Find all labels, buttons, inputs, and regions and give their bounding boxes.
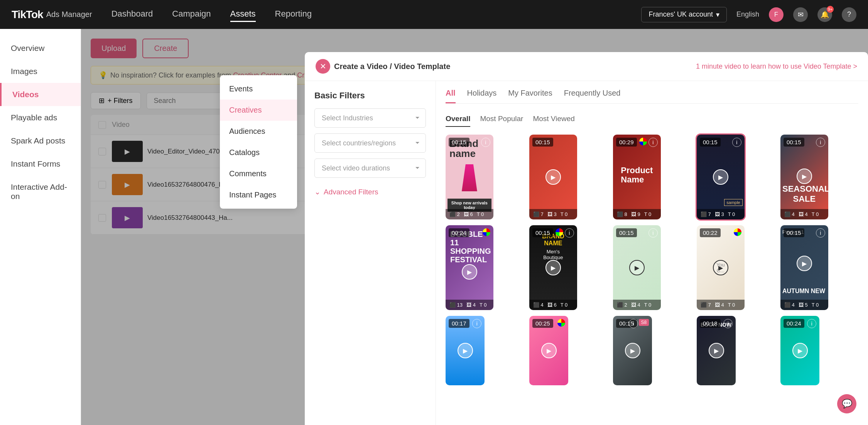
template-card[interactable]: ProductName ▶ 00:29 i ⬛ 8 🖼 9 T 0 [613, 135, 661, 219]
template-card[interactable]: YouC... ▶ 00:22 ⬛ 7 🖼 4 T 0 [697, 225, 745, 310]
nav-assets[interactable]: Assets [230, 7, 256, 22]
card-stat-images: 🖼 4 [715, 302, 724, 308]
template-card[interactable]: SEASONALSALE ▶ 00:15 i ⬛ 4 🖼 4 T 0 [780, 135, 828, 219]
sidebar-item-overview[interactable]: Overview [0, 37, 81, 60]
sidebar-item-spark-ad-posts[interactable]: Spark Ad posts [0, 129, 81, 152]
subtab-most-popular[interactable]: Most Popular [480, 111, 523, 127]
duration-badge: 00:18 [700, 319, 721, 328]
info-icon[interactable]: i [816, 138, 825, 147]
dropdown-menu: Events Creatives Audiences Catalogs Comm… [220, 75, 297, 209]
info-icon[interactable]: i [816, 228, 825, 238]
sidebar-item-interactive-addon[interactable]: Interactive Add-on [0, 175, 81, 208]
template-card[interactable]: DOUBLE 11SHOPPINGFESTIVAL ▶ 00:24 ⬛ 13 🖼… [446, 225, 493, 310]
chevron-icon: ⌄ [314, 187, 321, 196]
nav-campaign[interactable]: Campaign [172, 7, 211, 22]
sidebar: Overview Images Videos Playable ads Spar… [0, 29, 81, 425]
subtab-overall[interactable]: Overall [446, 111, 470, 127]
logo: TikTok Ads Manager [12, 8, 92, 21]
duration-badge: 00:22 [700, 228, 721, 237]
nav-reporting[interactable]: Reporting [275, 7, 312, 22]
account-button[interactable]: Frances' UK account ▾ [641, 7, 727, 22]
info-icon[interactable]: i [481, 138, 490, 147]
template-card[interactable]: ▶ 00:15 S8 i [613, 316, 652, 385]
info-icon[interactable]: i [565, 228, 574, 238]
dropdown-audiences[interactable]: Audiences [220, 121, 297, 142]
tab-my-favorites[interactable]: My Favorites [508, 89, 552, 103]
duration-badge: 00:15 [784, 228, 804, 237]
help-link[interactable]: 1 minute video to learn how to use Video… [696, 62, 857, 71]
filters-title: Basic Filters [314, 91, 426, 101]
dropdown-comments[interactable]: Comments [220, 163, 297, 184]
notification-icon[interactable]: 🔔 9+ [817, 7, 832, 22]
duration-badge: 00:24 [784, 319, 804, 328]
avatar[interactable]: F [769, 7, 784, 22]
duration-badge: 00:15 [700, 138, 721, 147]
card-stat-images: 🖼 3 [547, 211, 557, 217]
template-card[interactable]: sample ▶ 00:15 i ⬛ 7 🖼 3 T 0 [697, 135, 745, 219]
sidebar-item-videos[interactable]: Videos [0, 83, 81, 106]
play-button[interactable]: ▶ [541, 343, 557, 358]
card-stat-text: T 0 [812, 302, 819, 308]
template-card[interactable]: ▶ 00:15 ⬛ 7 🖼 3 T 0 [529, 135, 577, 219]
card-footer: ⬛ 4 🖼 4 T 0 [780, 209, 828, 219]
tab-all[interactable]: All [446, 89, 456, 103]
subtab-most-viewed[interactable]: Most Viewed [533, 111, 574, 127]
info-icon[interactable]: i [648, 228, 658, 238]
dropdown-creatives[interactable]: Creatives [220, 100, 297, 121]
card-stat-images: 🖼 6 [547, 302, 557, 308]
info-icon[interactable]: i [732, 138, 741, 147]
color-icon [734, 228, 741, 236]
play-button[interactable]: ▶ [797, 256, 812, 271]
duration-badge: 00:15 [616, 228, 637, 237]
tab-holidays[interactable]: Holidays [467, 89, 497, 103]
template-card[interactable]: Product 1 AUTUMN NEW ▶ 00:15 i ⬛ 4 🖼 5 T… [780, 225, 828, 310]
template-card[interactable]: BOOK NOW ▶ 00:18 i [697, 316, 736, 385]
tab-frequently-used[interactable]: Frequently Used [564, 89, 621, 103]
template-card[interactable]: ▶ 00:24 i [780, 316, 819, 385]
durations-select[interactable]: Select video durations [314, 159, 426, 178]
play-button[interactable]: ▶ [462, 264, 477, 280]
templates-grid: Brandname Shop new arrivals today 00:15 … [446, 135, 858, 385]
dropdown-instant-pages[interactable]: Instant Pages [220, 184, 297, 206]
breadcrumb-current: Video Template [394, 62, 450, 71]
subtabs-row: Overall Most Popular Most Viewed [446, 111, 858, 127]
card-stat-layers: ⬛ 7 [533, 211, 544, 217]
sidebar-item-instant-forms[interactable]: Instant Forms [0, 152, 81, 175]
play-button[interactable]: ▶ [545, 260, 561, 275]
help-icon[interactable]: ? [842, 7, 856, 22]
play-button[interactable]: ▶ [713, 260, 728, 275]
duration-badge: 00:15 [784, 138, 804, 147]
nav-dashboard[interactable]: Dashboard [111, 7, 153, 22]
template-card[interactable]: ▶ 00:15 i ⬛ 2 🖼 4 T 0 [613, 225, 661, 310]
sidebar-item-playable-ads[interactable]: Playable ads [0, 106, 81, 129]
template-card[interactable]: BRAND NAME Men'sBoutique ▶ 00:15 i ⬛ 4 🖼… [529, 225, 577, 310]
play-button[interactable]: ▶ [792, 343, 808, 358]
dropdown-events[interactable]: Events [220, 78, 297, 100]
play-button[interactable]: ▶ [545, 169, 561, 185]
play-button[interactable]: ▶ [458, 343, 473, 358]
dropdown-catalogs[interactable]: Catalogs [220, 142, 297, 163]
close-button[interactable]: ✕ [316, 59, 330, 74]
template-card[interactable]: ▶ 00:25 [529, 316, 568, 385]
play-button[interactable]: ▶ [713, 169, 728, 185]
industries-select[interactable]: Select Industries [314, 108, 426, 128]
play-button[interactable]: ▶ [709, 343, 724, 358]
play-button[interactable]: ▶ [625, 343, 640, 358]
template-card[interactable]: ▶ 00:17 i [446, 316, 485, 385]
card-stat-text: T 0 [561, 211, 568, 217]
info-icon[interactable]: i [648, 138, 658, 147]
template-card[interactable]: Brandname Shop new arrivals today 00:15 … [446, 135, 493, 219]
card-stat-images: 🖼 3 [715, 211, 724, 217]
play-button[interactable]: ▶ [797, 169, 812, 184]
card-footer: ⬛ 7 🖼 4 T 0 [697, 300, 745, 310]
advanced-filters-toggle[interactable]: ⌄ Advanced Filters [314, 187, 426, 196]
card-stat-layers: ⬛ 2 [617, 302, 627, 308]
sidebar-item-images[interactable]: Images [0, 60, 81, 83]
mail-icon[interactable]: ✉ [793, 7, 808, 22]
countries-select[interactable]: Select countries/regions [314, 133, 426, 153]
chat-support-button[interactable]: 💬 [837, 394, 856, 413]
card-footer: ⬛ 13 🖼 4 T 0 [446, 300, 493, 310]
play-button[interactable]: ▶ [629, 260, 645, 275]
breadcrumb: Create a Video / Video Template [334, 62, 450, 71]
modal-header: ✕ Create a Video / Video Template 1 minu… [305, 52, 868, 81]
